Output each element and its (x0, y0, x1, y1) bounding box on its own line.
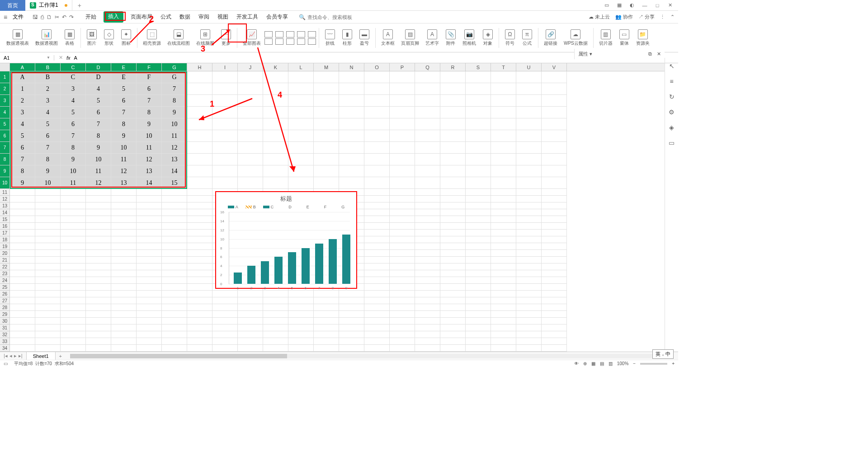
cell[interactable] (466, 257, 491, 263)
cell[interactable] (542, 142, 567, 154)
chart-more-icon[interactable] (308, 38, 316, 45)
cell[interactable] (466, 284, 491, 291)
cell[interactable] (314, 95, 339, 107)
maximize-button[interactable]: □ (653, 1, 662, 10)
cell[interactable] (440, 236, 466, 243)
cell[interactable] (86, 304, 111, 311)
chart-donut-icon[interactable] (275, 38, 283, 45)
col-header[interactable]: I (212, 63, 238, 71)
cell[interactable] (339, 324, 364, 331)
cell[interactable] (542, 202, 567, 209)
cell[interactable] (61, 223, 86, 230)
col-header[interactable]: R (440, 63, 466, 71)
cell[interactable] (364, 189, 390, 196)
cell[interactable] (415, 311, 440, 318)
horizontal-scrollbar[interactable] (70, 354, 674, 358)
cell[interactable] (35, 209, 61, 216)
cell[interactable] (466, 216, 491, 223)
cell[interactable] (415, 304, 440, 311)
cell[interactable] (314, 118, 339, 130)
zoom-slider[interactable] (640, 363, 667, 365)
cell[interactable] (10, 250, 35, 257)
cell[interactable] (516, 107, 542, 118)
cell[interactable] (187, 277, 212, 284)
ribbon-camera[interactable]: 📷照相机 (460, 28, 479, 47)
cell[interactable] (86, 345, 111, 352)
cancel-icon[interactable]: ✕ (59, 55, 63, 61)
cell[interactable] (212, 83, 238, 95)
cell[interactable]: 9 (10, 177, 35, 189)
cell[interactable] (491, 318, 516, 324)
cell[interactable] (440, 338, 466, 345)
cell[interactable] (440, 331, 466, 338)
cell[interactable] (542, 291, 567, 297)
cell[interactable]: 7 (137, 95, 162, 107)
cell[interactable] (162, 196, 187, 202)
tab-devtools[interactable]: 开发工具 (236, 11, 259, 23)
cell[interactable] (440, 243, 466, 250)
cell[interactable] (288, 83, 314, 95)
cell[interactable] (364, 250, 390, 257)
cell[interactable]: 11 (162, 130, 187, 142)
cell[interactable] (491, 209, 516, 216)
cell[interactable] (440, 297, 466, 304)
cell[interactable] (187, 338, 212, 345)
cell[interactable] (491, 118, 516, 130)
cell[interactable]: 5 (111, 83, 137, 95)
cell[interactable] (466, 142, 491, 154)
cell[interactable] (162, 318, 187, 324)
cell[interactable] (187, 297, 212, 304)
col-header[interactable]: Q (415, 63, 440, 71)
cell[interactable] (390, 230, 415, 236)
col-header[interactable]: A (10, 63, 35, 71)
cell[interactable] (162, 338, 187, 345)
cell[interactable] (10, 311, 35, 318)
cell[interactable]: 1 (10, 83, 35, 95)
cell[interactable] (516, 196, 542, 202)
cell[interactable]: 8 (61, 142, 86, 154)
cell[interactable] (390, 270, 415, 277)
cell[interactable] (86, 284, 111, 291)
cell[interactable] (415, 142, 440, 154)
cell[interactable] (10, 236, 35, 243)
cell[interactable] (440, 189, 466, 196)
cell[interactable] (10, 216, 35, 223)
cell[interactable]: 8 (10, 165, 35, 177)
cell[interactable] (516, 154, 542, 165)
cell[interactable] (187, 236, 212, 243)
cell[interactable] (491, 154, 516, 165)
cell[interactable] (390, 311, 415, 318)
ribbon-wordart[interactable]: A艺术字 (423, 28, 442, 47)
cell[interactable] (162, 331, 187, 338)
cell[interactable] (111, 297, 137, 304)
cell[interactable] (491, 71, 516, 83)
cell[interactable] (516, 202, 542, 209)
row-header[interactable]: 34 (0, 345, 10, 352)
cell[interactable] (542, 263, 567, 270)
cell[interactable] (542, 257, 567, 263)
cell[interactable] (111, 304, 137, 311)
row-header[interactable]: 29 (0, 311, 10, 318)
cell[interactable] (61, 243, 86, 250)
tab-formula[interactable]: 公式 (160, 11, 172, 23)
cell[interactable] (390, 118, 415, 130)
cell[interactable] (86, 230, 111, 236)
cell[interactable] (35, 338, 61, 345)
cell[interactable] (162, 311, 187, 318)
sheet-first-icon[interactable]: |◂ (4, 353, 8, 359)
cell[interactable] (10, 277, 35, 284)
chevron-down-icon[interactable]: ▼ (47, 56, 50, 60)
cell[interactable] (238, 130, 263, 142)
cell[interactable] (111, 257, 137, 263)
status-record-icon[interactable]: ▭ (4, 361, 8, 366)
cell[interactable] (415, 107, 440, 118)
cell[interactable] (542, 189, 567, 196)
row-header[interactable]: 5 (0, 118, 10, 130)
cell[interactable] (390, 95, 415, 107)
cell[interactable] (288, 304, 314, 311)
cell[interactable] (364, 71, 390, 83)
cell[interactable] (542, 95, 567, 107)
cell[interactable] (187, 95, 212, 107)
ribbon-pivot-table[interactable]: ▦数据透视表 (4, 28, 32, 47)
cell[interactable] (238, 142, 263, 154)
